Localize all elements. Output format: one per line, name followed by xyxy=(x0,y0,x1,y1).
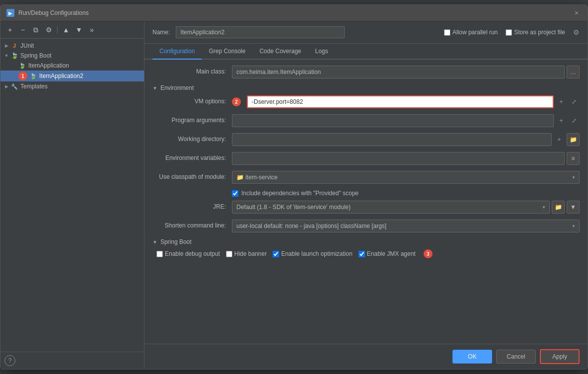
enable-launch-checkbox[interactable] xyxy=(273,251,279,257)
tree-item-junit[interactable]: ▶ J JUnit xyxy=(0,41,144,51)
bottom-bar: OK Cancel Apply xyxy=(145,344,588,369)
jre-select-wrapper: Default (1.8 - SDK of 'item-service' mod… xyxy=(232,201,550,214)
enable-jmx-checkbox[interactable] xyxy=(359,251,365,257)
allow-parallel-label[interactable]: Allow parallel run xyxy=(444,29,498,36)
program-args-input[interactable] xyxy=(232,114,554,127)
environment-section-header[interactable]: ▼ Environment xyxy=(152,84,580,91)
spring-boot-section-header[interactable]: ▼ Spring Boot xyxy=(152,238,580,245)
item-app-icon: 🍃 xyxy=(18,62,26,70)
env-vars-input[interactable] xyxy=(232,152,565,165)
vm-options-fullscreen-button[interactable]: ⤢ xyxy=(569,96,580,107)
program-args-label: Program arguments: xyxy=(152,114,232,124)
cancel-button[interactable]: Cancel xyxy=(496,350,536,364)
add-config-button[interactable]: + xyxy=(4,24,15,35)
tab-code-coverage[interactable]: Code Coverage xyxy=(252,44,308,60)
copy-config-button[interactable]: ⧉ xyxy=(30,24,41,35)
name-row: Name: Allow parallel run Store as projec… xyxy=(145,21,588,44)
classpath-field: 📁 item-service xyxy=(232,171,580,184)
vm-options-row: VM options: 2 + ⤢ xyxy=(152,95,580,109)
allow-parallel-checkbox[interactable] xyxy=(444,29,450,36)
tree-item-item-application2[interactable]: 1 🍃 ItemApplication2 xyxy=(0,71,144,81)
name-options: Allow parallel run Store as project file… xyxy=(444,28,580,36)
main-class-label: Main class: xyxy=(152,66,232,75)
move-down-button[interactable]: ▼ xyxy=(74,24,84,35)
env-vars-browse-button[interactable]: ≡ xyxy=(567,152,580,165)
main-class-input[interactable] xyxy=(232,66,565,78)
spring-boot-section-label: Spring Boot xyxy=(160,238,192,245)
close-button[interactable]: × xyxy=(572,8,582,18)
templates-toggle: ▶ xyxy=(2,82,10,90)
step-badge-3: 3 xyxy=(424,249,433,258)
dialog-title: Run/Debug Configurations xyxy=(18,9,88,16)
tab-configuration[interactable]: Configuration xyxy=(152,44,202,60)
jre-dropdown-button[interactable]: ▼ xyxy=(567,201,580,214)
working-dir-input[interactable] xyxy=(232,133,552,146)
left-toolbar: + − ⧉ ⚙ ▲ ▼ » xyxy=(0,21,144,39)
item-application2-label: ItemApplication2 xyxy=(39,73,83,79)
working-dir-browse-button[interactable]: 📁 xyxy=(567,133,580,146)
main-class-field: … xyxy=(232,66,580,78)
junit-toggle: ▶ xyxy=(2,42,10,50)
config-content: Main class: … ▼ Environment VM options: … xyxy=(145,60,588,344)
apply-button[interactable]: Apply xyxy=(540,349,580,364)
vm-options-label: VM options: xyxy=(152,95,232,105)
store-project-checkbox[interactable] xyxy=(506,29,512,36)
remove-config-button[interactable]: − xyxy=(17,24,28,35)
name-input[interactable] xyxy=(176,26,345,38)
help-button[interactable]: ? xyxy=(4,355,15,366)
left-panel: + − ⧉ ⚙ ▲ ▼ » ▶ J JUnit xyxy=(0,21,145,369)
ok-button[interactable]: OK xyxy=(452,350,492,364)
spring-boot-icon: 🍃 xyxy=(10,52,18,60)
hide-banner-checkbox[interactable] xyxy=(226,251,232,257)
env-vars-row: Environment variables: ≡ xyxy=(152,152,580,166)
tab-grep-console[interactable]: Grep Console xyxy=(202,44,252,60)
working-dir-row: Working directory: + 📁 xyxy=(152,133,580,147)
main-content: + − ⧉ ⚙ ▲ ▼ » ▶ J JUnit xyxy=(0,21,588,369)
run-debug-icon: ▶ xyxy=(6,9,14,17)
spring-boot-checkboxes: Enable debug output Hide banner Enable l… xyxy=(152,249,580,258)
main-class-browse-button[interactable]: … xyxy=(567,66,580,78)
environment-label: Environment xyxy=(160,84,194,91)
jre-row: JRE: Default (1.8 - SDK of 'item-service… xyxy=(152,201,580,215)
tree-item-templates[interactable]: ▶ 🔧 Templates xyxy=(0,81,144,91)
program-args-row: Program arguments: + ⤢ xyxy=(152,114,580,128)
spring-boot-label: Spring Boot xyxy=(20,52,52,59)
env-vars-field: ≡ xyxy=(232,152,580,165)
run-debug-dialog: ▶ Run/Debug Configurations × + − ⧉ ⚙ ▲ ▼… xyxy=(0,4,588,370)
jre-browse-button[interactable]: 📁 xyxy=(552,201,565,214)
classpath-row: Use classpath of module: 📁 item-service xyxy=(152,171,580,185)
tab-logs[interactable]: Logs xyxy=(308,44,335,60)
settings-config-button[interactable]: ⚙ xyxy=(43,24,54,35)
hide-banner-label[interactable]: Hide banner xyxy=(226,250,267,257)
junit-icon: J xyxy=(10,42,18,50)
tree-item-item-application[interactable]: 🍃 ItemApplication xyxy=(0,61,144,71)
templates-icon: 🔧 xyxy=(10,82,18,90)
working-dir-add-button[interactable]: + xyxy=(554,134,565,145)
vm-options-expand-button[interactable]: + xyxy=(556,96,567,107)
name-label: Name: xyxy=(152,29,170,36)
enable-launch-label[interactable]: Enable launch optimization xyxy=(273,250,352,257)
enable-jmx-label[interactable]: Enable JMX agent xyxy=(359,250,416,257)
step-badge-2: 2 xyxy=(232,97,241,106)
bottom-help-section: ? xyxy=(0,352,144,369)
working-dir-field: + 📁 xyxy=(232,133,580,146)
program-args-expand-button[interactable]: + xyxy=(556,115,567,126)
jre-select[interactable]: Default (1.8 - SDK of 'item-service' mod… xyxy=(232,201,550,214)
include-deps-label[interactable]: Include dependencies with "Provided" sco… xyxy=(241,190,359,197)
move-up-button[interactable]: ▲ xyxy=(61,24,72,35)
enable-debug-checkbox[interactable] xyxy=(156,251,163,257)
include-deps-checkbox[interactable] xyxy=(232,190,238,197)
enable-debug-label[interactable]: Enable debug output xyxy=(156,250,220,257)
jre-field: Default (1.8 - SDK of 'item-service' mod… xyxy=(232,201,580,214)
more-options-button[interactable]: » xyxy=(86,24,97,35)
store-project-label[interactable]: Store as project file xyxy=(506,29,565,36)
program-args-fullscreen-button[interactable]: ⤢ xyxy=(569,115,580,126)
env-vars-label: Environment variables: xyxy=(152,152,232,161)
classpath-select[interactable]: 📁 item-service xyxy=(232,171,580,184)
settings-gear-icon[interactable]: ⚙ xyxy=(573,28,580,36)
vm-options-input[interactable] xyxy=(247,95,554,108)
shorten-cmd-select[interactable]: user-local default: none - java [options… xyxy=(232,220,580,232)
tree-item-spring-boot[interactable]: ▼ 🍃 Spring Boot xyxy=(0,51,144,61)
title-bar-left: ▶ Run/Debug Configurations xyxy=(6,9,88,17)
right-panel: Name: Allow parallel run Store as projec… xyxy=(145,21,588,369)
